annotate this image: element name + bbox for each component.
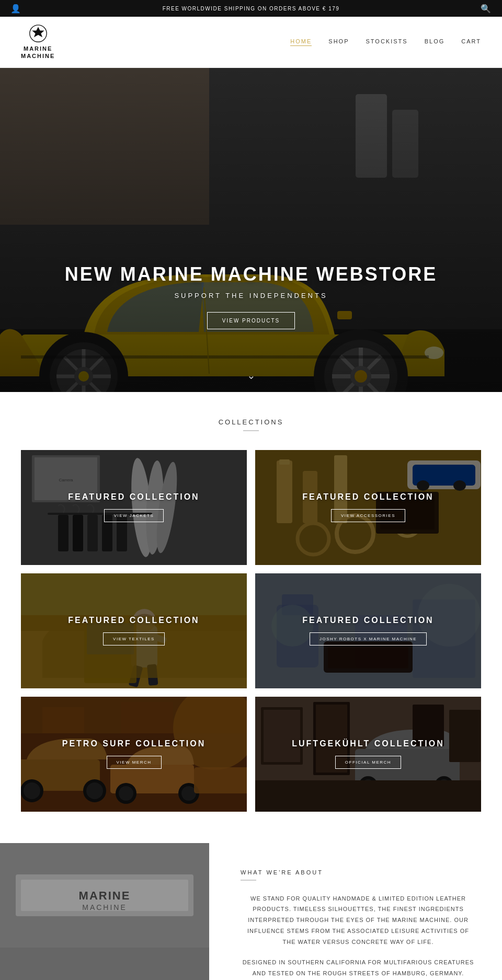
shipping-message: FREE WORLDWIDE SHIPPING ON ORDERS ABOVE … — [163, 6, 340, 11]
card-luftgekuhlt-title: LUFTGEKÜHLT COLLECTION — [292, 739, 444, 748]
card-luftgekuhlt-overlay: LUFTGEKÜHLT COLLECTION OFFICIAL MERCH — [255, 697, 481, 812]
card-accessories-overlay: FEATURED COLLECTION VIEW ACCESSORIES — [255, 450, 481, 565]
nav-home[interactable]: HOME — [290, 38, 312, 46]
top-bar: 👤 FREE WORLDWIDE SHIPPING ON ORDERS ABOV… — [0, 0, 502, 17]
hero-chevron-icon[interactable]: ⌄ — [247, 369, 256, 382]
collection-card-textiles[interactable]: FEATURED COLLECTION VIEW TEXTILES — [21, 573, 247, 688]
about-section: MARINE MACHINE WHAT WE'RE ABOUT WE STAND… — [0, 843, 502, 980]
collection-card-accessories[interactable]: FEATURED COLLECTION VIEW ACCESSORIES — [255, 450, 481, 565]
nav-shop[interactable]: SHOP — [328, 38, 349, 46]
about-paragraph-1: WE STAND FOR QUALITY HANDMADE & LIMITED … — [241, 893, 476, 948]
about-paragraph-2: DESIGNED IN SOUTHERN CALIFORNIA FOR MULT… — [241, 957, 476, 979]
view-textiles-button[interactable]: VIEW TEXTILES — [103, 632, 165, 645]
hero-section: NEW MARINE MACHINE WEBSTORE SUPPORT THE … — [0, 68, 502, 392]
card-jackets-overlay: FEATURED COLLECTION VIEW JACKETS — [21, 450, 247, 565]
hero-content: NEW MARINE MACHINE WEBSTORE SUPPORT THE … — [0, 263, 502, 329]
hero-title: NEW MARINE MACHINE WEBSTORE — [0, 263, 502, 285]
nav-blog[interactable]: BLOG — [425, 38, 445, 46]
card-textiles-overlay: FEATURED COLLECTION VIEW TEXTILES — [21, 573, 247, 688]
search-icon[interactable]: 🔍 — [481, 4, 492, 14]
user-icon[interactable]: 👤 — [10, 4, 22, 14]
view-jackets-button[interactable]: VIEW JACKETS — [104, 509, 164, 522]
about-title: WHAT WE'RE ABOUT — [241, 869, 476, 875]
card-accessories-title: FEATURED COLLECTION — [302, 492, 433, 502]
collection-card-petro[interactable]: PETRO SURF COLLECTION VIEW MERCH — [21, 697, 247, 812]
logo-emblem — [29, 24, 48, 43]
card-joshy-overlay: FEATURED COLLECTION JOSHY ROBOTS X MARIN… — [255, 573, 481, 688]
collections-grid: Carrera — [21, 450, 481, 812]
svg-rect-31 — [0, 68, 502, 392]
card-petro-overlay: PETRO SURF COLLECTION VIEW MERCH — [21, 697, 247, 812]
about-divider — [241, 880, 256, 881]
logo[interactable]: MARINEMACHINE — [21, 24, 55, 60]
hero-view-products-button[interactable]: VIEW PRODUCTS — [207, 312, 295, 329]
hero-subtitle: SUPPORT THE INDEPENDENTS — [0, 292, 502, 299]
about-image: MARINE MACHINE — [0, 843, 209, 980]
about-image-svg: MARINE MACHINE — [0, 843, 209, 980]
logo-text: MARINEMACHINE — [21, 45, 55, 60]
card-joshy-title: FEATURED COLLECTION — [302, 616, 433, 625]
collection-card-jackets[interactable]: Carrera — [21, 450, 247, 565]
view-accessories-button[interactable]: VIEW ACCESSORIES — [331, 509, 405, 522]
collection-card-luftgekuhlt[interactable]: LUFTGEKÜHLT COLLECTION OFFICIAL MERCH — [255, 697, 481, 812]
site-header: MARINEMACHINE HOME SHOP STOCKISTS BLOG C… — [0, 17, 502, 68]
view-merch-button[interactable]: VIEW MERCH — [107, 756, 162, 769]
hero-car-svg — [0, 68, 502, 392]
card-jackets-title: FEATURED COLLECTION — [68, 492, 199, 502]
joshy-robots-button[interactable]: JOSHY ROBOTS X MARINE MACHINE — [310, 632, 427, 645]
svg-rect-121 — [0, 948, 209, 980]
card-petro-title: PETRO SURF COLLECTION — [62, 739, 206, 748]
collections-divider — [243, 430, 259, 431]
nav-cart[interactable]: CART — [461, 38, 481, 46]
card-textiles-title: FEATURED COLLECTION — [68, 616, 199, 625]
collection-card-joshy[interactable]: FEATURED COLLECTION JOSHY ROBOTS X MARIN… — [255, 573, 481, 688]
collections-title: COLLECTIONS — [21, 418, 481, 426]
about-content: WHAT WE'RE ABOUT WE STAND FOR QUALITY HA… — [209, 843, 502, 980]
svg-marker-1 — [32, 27, 44, 37]
hero-background — [0, 68, 502, 392]
official-merch-button[interactable]: OFFICIAL MERCH — [335, 756, 401, 769]
main-nav: HOME SHOP STOCKISTS BLOG CART — [290, 38, 481, 46]
collections-section: COLLECTIONS Carrera — [0, 392, 502, 833]
nav-stockists[interactable]: STOCKISTS — [366, 38, 408, 46]
